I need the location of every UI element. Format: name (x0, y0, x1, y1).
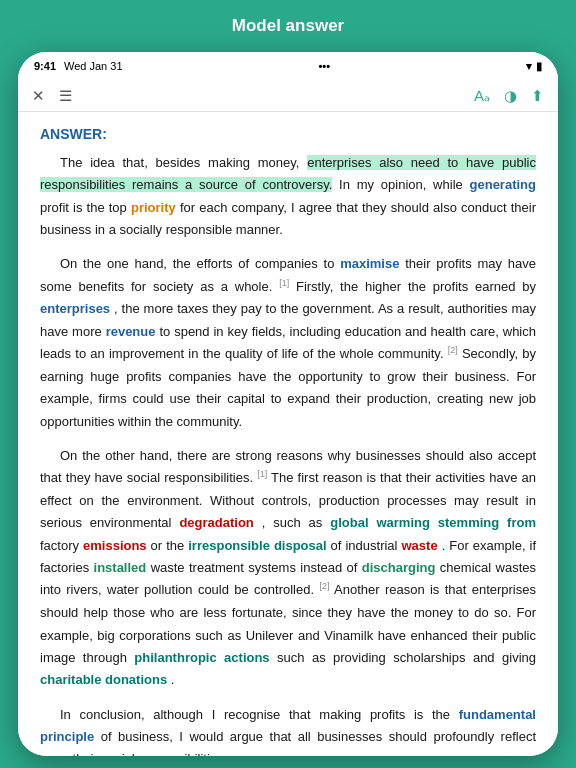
device-frame: 9:41 Wed Jan 31 ••• ▾ ▮ ✕ ☰ Aₐ ◑ ⬆ ANSWE… (18, 52, 558, 756)
bold-emissions: emissions (83, 538, 147, 553)
ref-1b: [1] (257, 469, 267, 479)
bold-generating: generating (470, 177, 536, 192)
bold-global-warming: global warming stemming from (330, 515, 536, 530)
toolbar-left: ✕ ☰ (32, 87, 72, 105)
page-title: Model answer (232, 16, 344, 36)
status-left: 9:41 Wed Jan 31 (34, 60, 123, 72)
status-center: ••• (318, 60, 330, 72)
share-button[interactable]: ⬆ (531, 87, 544, 105)
top-bar: Model answer (0, 0, 576, 52)
theme-button[interactable]: ◑ (504, 87, 517, 105)
paragraph-2: On the one hand, the efforts of companie… (40, 253, 536, 433)
bold-irresponsible-disposal: irresponsible disposal (188, 538, 326, 553)
bold-fundamental-principle: fundamental principle (40, 707, 536, 744)
bold-enterprises-1: enterprises (40, 301, 110, 316)
content-area: ANSWER: The idea that, besides making mo… (18, 112, 558, 756)
status-dots: ••• (318, 60, 330, 72)
ref-2a: [2] (448, 345, 458, 355)
bold-priority: priority (131, 200, 176, 215)
battery-icon: ▮ (536, 60, 542, 73)
bold-revenue: revenue (106, 324, 156, 339)
close-button[interactable]: ✕ (32, 87, 45, 105)
wifi-icon: ▾ (526, 60, 532, 73)
toolbar-right: Aₐ ◑ ⬆ (474, 87, 544, 105)
paragraph-4: In conclusion, although I recognise that… (40, 704, 536, 756)
paragraph-3: On the other hand, there are strong reas… (40, 445, 536, 692)
answer-label: ANSWER: (40, 126, 536, 142)
status-right: ▾ ▮ (526, 60, 542, 73)
bold-charitable-donations: charitable donations (40, 672, 167, 687)
highlight-enterprises-need: enterprises also need to have public res… (40, 155, 536, 192)
bold-degradation: degradation (179, 515, 253, 530)
bold-maximise: maximise (340, 256, 399, 271)
toolbar: ✕ ☰ Aₐ ◑ ⬆ (18, 80, 558, 112)
bold-discharging: discharging (362, 560, 436, 575)
paragraph-1: The idea that, besides making money, ent… (40, 152, 536, 241)
font-size-button[interactable]: Aₐ (474, 87, 490, 105)
bold-waste: waste (402, 538, 438, 553)
bold-philanthropic-actions: philanthropic actions (134, 650, 269, 665)
status-bar: 9:41 Wed Jan 31 ••• ▾ ▮ (18, 52, 558, 80)
ref-1a: [1] (279, 278, 289, 288)
bold-installed: installed (94, 560, 147, 575)
status-time: 9:41 (34, 60, 56, 72)
menu-button[interactable]: ☰ (59, 87, 72, 105)
ref-2b: [2] (319, 581, 329, 591)
status-date: Wed Jan 31 (64, 60, 123, 72)
